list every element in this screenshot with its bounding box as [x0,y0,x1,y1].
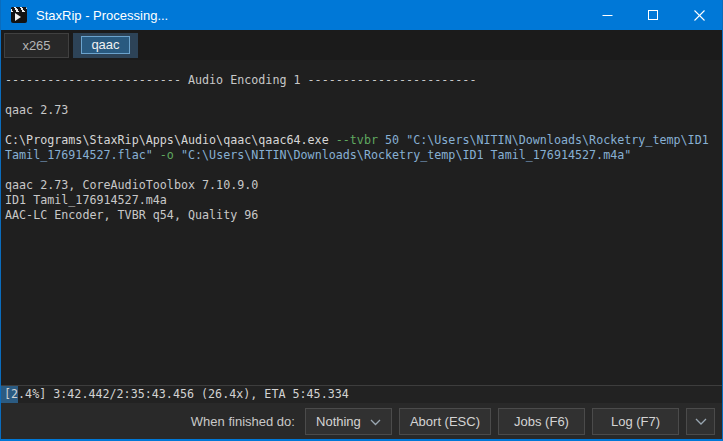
console-blank-line [5,118,718,133]
console-header-line: ------------------------- Audio Encoding… [5,73,718,88]
tab-qaac-label: qaac [81,36,129,54]
tab-x265[interactable]: x265 [4,33,69,58]
command-output-flag: -o [160,148,174,162]
log-button[interactable]: Log (F7) [592,408,679,435]
abort-button[interactable]: Abort (ESC) [399,408,491,435]
close-button[interactable] [676,0,722,30]
tab-x265-label: x265 [22,38,50,53]
command-exe-path: C:\Programs\StaxRip\Apps\Audio\qaac\qaac… [5,133,329,147]
console-output: ------------------------- Audio Encoding… [1,60,722,385]
console-version-line: qaac 2.73 [5,103,718,118]
minimize-button[interactable] [584,0,630,30]
clapperboard-icon [11,7,27,23]
console-blank-line [5,163,718,178]
when-finished-dropdown-value: Nothing [316,414,361,429]
maximize-icon [648,10,658,20]
when-finished-label: When finished do: [191,414,295,429]
console-info-line: ID1 Tamil_176914527.m4a [5,193,718,208]
staxrip-window: StaxRip - Processing... x265 qaac ------… [0,0,723,441]
console-command-line-1: C:\Programs\StaxRip\Apps\Audio\qaac\qaac… [5,133,718,148]
console-info-line: AAC-LC Encoder, TVBR q54, Quality 96 [5,208,718,223]
close-icon [694,10,705,21]
command-tvbr-flag: --tvbr [336,133,378,147]
status-text: [2.4%] 3:42.442/2:35:43.456 (26.4x), ETA… [1,386,722,403]
command-input-path-start: "C:\Users\NITIN\Downloads\Rocketry_temp\… [406,133,709,147]
console-blank-line [5,88,718,103]
tab-bar: x265 qaac [1,30,722,60]
more-options-button[interactable] [686,408,715,435]
window-title: StaxRip - Processing... [36,8,168,23]
window-controls [584,0,722,30]
console-info-line: qaac 2.73, CoreAudioToolbox 7.10.9.0 [5,178,718,193]
command-output-path: "C:\Users\NITIN\Downloads\Rocketry_temp\… [181,148,631,162]
chevron-down-icon [370,414,381,429]
chevron-down-icon [695,414,707,429]
jobs-button[interactable]: Jobs (F6) [498,408,585,435]
titlebar[interactable]: StaxRip - Processing... [1,0,722,30]
minimize-icon [602,10,613,21]
console-command-line-2: Tamil_176914527.flac" -o "C:\Users\NITIN… [5,148,718,163]
status-bar: [2.4%] 3:42.442/2:35:43.456 (26.4x), ETA… [1,385,722,403]
command-tvbr-value: 50 [385,133,399,147]
bottom-bar: When finished do: Nothing Abort (ESC) Jo… [1,403,722,439]
command-input-path-end: Tamil_176914527.flac" [5,148,153,162]
tab-qaac[interactable]: qaac [73,33,138,58]
when-finished-dropdown[interactable]: Nothing [305,408,392,435]
maximize-button[interactable] [630,0,676,30]
